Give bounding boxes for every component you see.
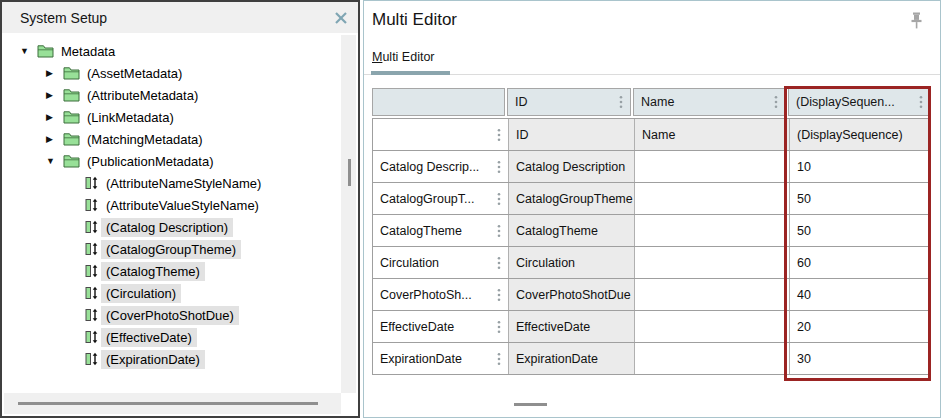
attribute-icon [85, 220, 99, 234]
name-cell[interactable] [634, 279, 789, 310]
tree-item-label: (CoverPhotoShotDue) [101, 306, 239, 325]
attribute-icon [85, 198, 99, 212]
attribute-icon [85, 286, 99, 300]
page-title: Multi Editor [372, 10, 457, 30]
tree-item[interactable]: ▶ (AttributeMetadata) [2, 84, 340, 106]
row-header-cell[interactable]: CatalogGroupT... [373, 183, 508, 214]
id-cell[interactable]: CatalogTheme [508, 215, 634, 246]
id-cell[interactable]: CoverPhotoShotDue [508, 279, 634, 310]
tree-item-label: (Catalog Description) [101, 218, 233, 237]
row-header-cell[interactable]: Circulation [373, 247, 508, 278]
id-cell[interactable]: ExpirationDate [508, 343, 634, 374]
row-menu-icon[interactable] [497, 256, 501, 270]
name-cell[interactable] [634, 311, 789, 342]
tree-item[interactable]: ▼ (PublicationMetadata) [2, 150, 340, 172]
vertical-scrollbar-thumb[interactable] [348, 159, 351, 186]
tree-item-label: (AttributeMetadata) [82, 86, 203, 105]
multi-editor-table: ID Name (DisplaySequen... [372, 88, 931, 375]
table-row: CatalogGroupT... CatalogGroupTheme 50 [373, 183, 930, 215]
display-sequence-cell[interactable]: 30 [789, 343, 930, 374]
row-header-cell[interactable]: Catalog Descrip... [373, 151, 508, 182]
tree-item-label: (LinkMetadata) [82, 108, 179, 127]
name-cell[interactable] [634, 183, 789, 214]
tree-item-label: (AssetMetadata) [82, 64, 187, 83]
tree-item-label: (ExpirationDate) [101, 350, 205, 369]
row-header-cell[interactable]: CoverPhotoSh... [373, 279, 508, 310]
row-header-cell[interactable]: ExpirationDate [373, 343, 508, 374]
tree-item-label: Metadata [56, 42, 120, 61]
expander-icon[interactable]: ▶ [46, 134, 63, 144]
row-menu-icon[interactable] [497, 160, 501, 174]
name-cell[interactable] [634, 247, 789, 278]
column-header-id[interactable]: ID [507, 88, 631, 116]
tree-item[interactable]: (Circulation) [2, 282, 340, 304]
expander-icon[interactable]: ▼ [46, 156, 63, 166]
expander-icon[interactable]: ▶ [46, 90, 63, 100]
id-cell[interactable]: EffectiveDate [508, 311, 634, 342]
close-button[interactable] [333, 10, 349, 26]
display-sequence-cell[interactable]: 50 [789, 183, 930, 214]
name-cell[interactable] [634, 215, 789, 246]
name-cell[interactable] [634, 151, 789, 182]
tree-item[interactable]: ▶ (LinkMetadata) [2, 106, 340, 128]
tree-item[interactable]: (AttributeValueStyleName) [2, 194, 340, 216]
tree-item[interactable]: (CoverPhotoShotDue) [2, 304, 340, 326]
tree-item[interactable]: ▶ (AssetMetadata) [2, 62, 340, 84]
tree-item[interactable]: (CatalogGroupTheme) [2, 238, 340, 260]
tree-item[interactable]: ▶ (MatchingMetadata) [2, 128, 340, 150]
subheader-id-cell[interactable]: ID [508, 119, 634, 150]
id-cell[interactable]: Catalog Description [508, 151, 634, 182]
column-menu-icon[interactable] [919, 95, 923, 109]
id-cell[interactable]: Circulation [508, 247, 634, 278]
row-header-cell[interactable]: CatalogTheme [373, 215, 508, 246]
tree-item[interactable]: ▼ Metadata [2, 40, 340, 62]
column-header-corner[interactable] [372, 88, 505, 116]
tree-item[interactable]: (AttributeNameStyleName) [2, 172, 340, 194]
tree-item[interactable]: (EffectiveDate) [2, 326, 340, 348]
column-header-display-sequence[interactable]: (DisplaySequen... [788, 88, 931, 116]
row-menu-icon[interactable] [497, 352, 501, 366]
row-menu-icon[interactable] [497, 192, 501, 206]
tree-item-label: (CatalogTheme) [101, 262, 205, 281]
horizontal-scrollbar-thumb[interactable] [18, 402, 318, 405]
column-header-name[interactable]: Name [633, 88, 786, 116]
tab-multi-editor[interactable]: Multi Editor [372, 50, 435, 64]
subheader-name-cell[interactable]: Name [634, 119, 789, 150]
folder-icon [63, 154, 80, 168]
expander-icon[interactable]: ▼ [20, 46, 37, 56]
pin-button[interactable] [910, 12, 923, 35]
column-menu-icon[interactable] [774, 95, 778, 109]
folder-icon [63, 110, 80, 124]
display-sequence-cell[interactable]: 40 [789, 279, 930, 310]
folder-icon [63, 88, 80, 102]
row-menu-icon[interactable] [497, 224, 501, 238]
column-menu-icon[interactable] [619, 95, 623, 109]
horizontal-scrollbar[interactable] [4, 393, 341, 414]
row-menu-icon[interactable] [497, 288, 501, 302]
expander-icon[interactable]: ▶ [46, 68, 63, 78]
vertical-scrollbar[interactable] [341, 35, 356, 393]
tree-item[interactable]: (Catalog Description) [2, 216, 340, 238]
folder-icon [37, 44, 54, 58]
name-cell[interactable] [634, 343, 789, 374]
row-header-cell[interactable]: EffectiveDate [373, 311, 508, 342]
pin-icon [910, 12, 923, 31]
table-header-row: ID Name (DisplaySequen... [372, 88, 931, 116]
table-row: CatalogTheme CatalogTheme 50 [373, 215, 930, 247]
table-horizontal-scrollbar-thumb[interactable] [514, 403, 547, 406]
display-sequence-cell[interactable]: 10 [789, 151, 930, 182]
row-menu-icon[interactable] [497, 320, 501, 334]
attribute-icon [85, 176, 99, 190]
display-sequence-cell[interactable]: 50 [789, 215, 930, 246]
expander-icon[interactable]: ▶ [46, 112, 63, 122]
row-header-cell[interactable] [373, 119, 508, 150]
display-sequence-cell[interactable]: 20 [789, 311, 930, 342]
subheader-display-sequence-cell[interactable]: (DisplaySequence) [789, 119, 930, 150]
folder-icon [63, 66, 80, 80]
display-sequence-cell[interactable]: 60 [789, 247, 930, 278]
row-menu-icon[interactable] [497, 128, 501, 142]
tree-item[interactable]: (ExpirationDate) [2, 348, 340, 370]
tree-item-label: (PublicationMetadata) [82, 152, 218, 171]
id-cell[interactable]: CatalogGroupTheme [508, 183, 634, 214]
tree-item[interactable]: (CatalogTheme) [2, 260, 340, 282]
